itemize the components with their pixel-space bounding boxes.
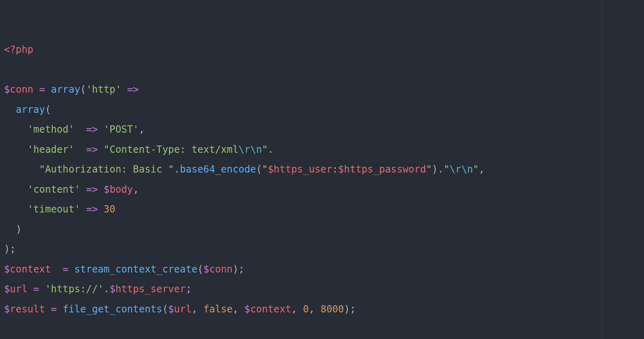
esc-cr: \r (239, 144, 250, 155)
paren-open: ( (256, 164, 262, 175)
var-https-server: https_server (116, 283, 186, 295)
esc-lf: \n (461, 164, 473, 175)
var-url: url (10, 283, 28, 295)
paren-open: ( (162, 304, 168, 315)
op-assign: = (33, 283, 39, 295)
var-body: body (109, 184, 133, 195)
key-method: 'method' (27, 124, 74, 135)
fn-file-get-contents: file_get_contents (63, 304, 163, 315)
esc-lf: \n (250, 144, 262, 155)
dquote: " (104, 144, 110, 155)
dquote: " (426, 164, 432, 175)
sigil: $ (104, 184, 110, 195)
var-conn: conn (209, 264, 233, 275)
concat-dot: . (104, 283, 110, 295)
op-arrow: => (86, 144, 98, 155)
comma: , (291, 304, 297, 315)
comma: , (479, 164, 485, 175)
semicolon: ; (350, 304, 356, 315)
num-offset: 0 (303, 304, 309, 315)
paren-close: ) (233, 264, 239, 275)
op-arrow: => (127, 84, 139, 95)
sigil: $ (168, 304, 174, 315)
dquote: " (262, 164, 268, 175)
dquote: " (39, 164, 45, 175)
comma: , (139, 124, 145, 135)
dquote: " (168, 164, 174, 175)
num-maxlen: 8000 (320, 304, 344, 315)
colon: : (332, 164, 339, 175)
dvar-https-password: $https_password (338, 164, 426, 175)
semicolon: ; (186, 283, 192, 295)
paren-close: ) (4, 243, 10, 255)
op-assign: = (51, 304, 57, 315)
fn-base64-encode: base64_encode (180, 164, 256, 175)
op-arrow: => (86, 204, 98, 215)
semicolon: ; (239, 264, 245, 275)
str-content-type: Content-Type: text/xml (109, 144, 238, 155)
sigil: $ (4, 264, 10, 275)
paren-close: ) (16, 224, 22, 235)
dquote: " (444, 164, 450, 175)
comma: , (233, 304, 239, 315)
key-timeout: 'timeout' (27, 204, 80, 215)
val-post: 'POST' (104, 124, 139, 135)
esc-cr: \r (450, 164, 461, 175)
paren-close: ) (432, 164, 438, 175)
comma: , (309, 304, 315, 315)
semicolon: ; (10, 243, 16, 255)
code-editor[interactable]: <?php $conn = array('http' => array( 'me… (0, 0, 644, 339)
paren-open: ( (45, 104, 51, 115)
var-url: url (174, 304, 192, 315)
str-https-scheme: 'https://' (45, 283, 104, 295)
concat-dot: . (268, 144, 274, 155)
key-content: 'content' (27, 184, 80, 195)
str-http: 'http' (86, 84, 121, 95)
op-assign: = (63, 264, 69, 275)
var-conn: conn (10, 84, 33, 95)
column-ruler (602, 0, 602, 339)
num-timeout: 30 (104, 204, 116, 215)
op-assign: = (39, 84, 45, 95)
dquote: " (473, 164, 479, 175)
bool-false: false (203, 304, 233, 315)
str-auth: Authorization: Basic (45, 164, 168, 175)
fn-array: array (16, 104, 45, 115)
var-result: result (10, 304, 45, 315)
paren-open: ( (80, 84, 86, 95)
comma: , (192, 304, 198, 315)
var-context: context (250, 304, 291, 315)
sigil: $ (244, 304, 250, 315)
paren-close: ) (344, 304, 350, 315)
sigil: $ (4, 84, 10, 95)
fn-array: array (51, 84, 80, 95)
concat-dot: . (174, 164, 180, 175)
op-arrow: => (86, 124, 98, 135)
var-context: context (10, 264, 51, 275)
fn-stream-context-create: stream_context_create (74, 264, 198, 275)
op-arrow: => (86, 184, 98, 195)
dquote: " (262, 144, 268, 155)
paren-open: ( (198, 264, 204, 275)
sigil: $ (203, 264, 209, 275)
key-header: 'header' (27, 144, 74, 155)
concat-dot: . (438, 164, 444, 175)
sigil: $ (109, 283, 116, 295)
dvar-https-user: $https_user (268, 164, 332, 175)
sigil: $ (4, 304, 10, 315)
comma: , (133, 184, 139, 195)
php-open-tag: <?php (4, 44, 33, 55)
sigil: $ (4, 283, 10, 295)
